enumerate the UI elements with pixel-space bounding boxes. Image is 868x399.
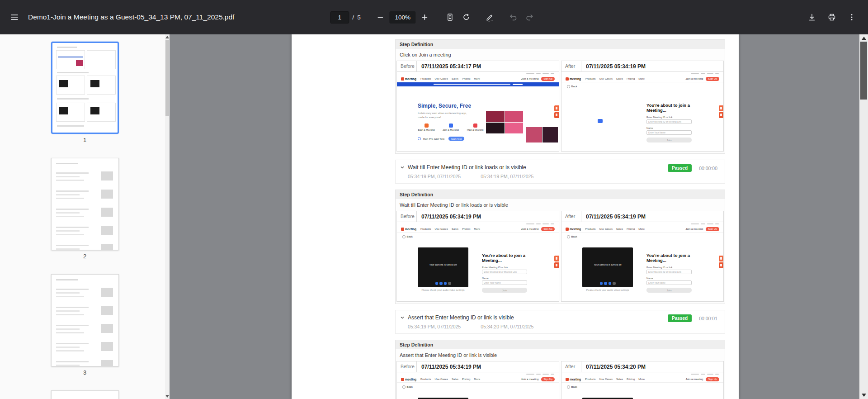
after-label: After — [561, 361, 581, 372]
start-meeting-icon — [425, 124, 429, 128]
page-thumbnail-1[interactable] — [51, 42, 119, 134]
annotation-markers — [554, 105, 559, 118]
undo-button[interactable] — [505, 9, 522, 25]
mini-nav-item: Sales — [452, 77, 458, 80]
scroll-up-arrow[interactable] — [862, 37, 866, 40]
menu-button[interactable] — [6, 9, 23, 25]
step-start-time: 05:34:19 PM, 07/11/2025 — [408, 324, 461, 329]
mini-utility-bar — [561, 372, 723, 376]
mini-signup-button: Sign Up — [706, 77, 719, 81]
print-button[interactable] — [824, 9, 840, 25]
zoom-out-button[interactable] — [373, 9, 389, 25]
step-definition-header: Step Definition — [396, 40, 725, 49]
page-thumbnail-2[interactable] — [51, 158, 119, 250]
step-definition-description: Assert that Enter Meeting ID or link is … — [396, 349, 725, 360]
mini-hero-title: Simple, Secure, Free — [418, 103, 559, 109]
redo-button[interactable] — [522, 9, 538, 25]
mini-back-link: Back — [402, 235, 559, 238]
name-input: Enter Your Name — [646, 280, 692, 285]
mini-nav-item: Pricing — [462, 77, 470, 80]
fit-to-page-button[interactable] — [442, 9, 458, 25]
hamburger-icon — [10, 13, 19, 22]
kebab-menu-icon — [847, 13, 856, 22]
annotation-markers — [554, 256, 559, 268]
speaker-icon — [609, 282, 612, 285]
step-end-time: 05:34:19 PM, 07/11/2025 — [481, 174, 533, 179]
mini-join-link: Join a meeting — [521, 77, 538, 80]
meeting-id-label: Enter Meeting ID or link — [646, 266, 692, 269]
print-icon — [827, 13, 836, 22]
step-definition-section: Step Definition Assert that Enter Meetin… — [395, 340, 725, 399]
step-row: Wait till Enter Meeting ID or link loads… — [395, 160, 725, 184]
name-label: Name — [646, 277, 692, 280]
mini-nav-item: Pricing — [627, 77, 635, 80]
document-title: Demo1-Join a Meeting as a Guest-05_34_13… — [28, 13, 234, 21]
redo-icon — [525, 13, 534, 22]
main-scrollbar-thumb[interactable] — [860, 42, 867, 100]
page-thumbnail-3[interactable] — [51, 274, 119, 366]
mini-nav-item: More — [474, 378, 480, 380]
scroll-down-arrow[interactable] — [165, 395, 169, 398]
mini-join-button: Join — [646, 288, 692, 293]
annotation-flag-icon — [554, 262, 559, 268]
page-thumbnail-4[interactable] — [51, 390, 119, 399]
scroll-up-arrow[interactable] — [165, 36, 169, 38]
before-panel: Before 07/11/2025 05:34:19 PM meeting — [396, 361, 559, 399]
annotation-flag-icon — [554, 105, 559, 111]
mini-join-heading: You're about to join a Meeting... — [646, 103, 692, 114]
mini-av-controls — [418, 282, 468, 285]
step-definition-description: Wait till Enter Meeting ID or link loads… — [396, 199, 725, 210]
sidebar-scrollbar-thumb[interactable] — [165, 40, 169, 116]
mini-join-button: Join — [646, 138, 692, 142]
page-separator: / — [352, 14, 354, 21]
download-button[interactable] — [804, 9, 820, 25]
back-arrow-icon — [402, 235, 406, 238]
scroll-down-arrow[interactable] — [862, 394, 866, 397]
rotate-button[interactable] — [458, 9, 475, 25]
annotation-flag-icon — [719, 105, 723, 111]
mini-logo-icon — [566, 228, 569, 231]
mini-join-heading: You're about to join a Meeting... — [646, 253, 692, 264]
step-end-time: 05:34:20 PM, 07/11/2025 — [481, 324, 533, 329]
mini-nav-item: Products — [585, 77, 596, 80]
mini-action-label: Plan a Meeting — [467, 128, 484, 132]
mini-nav-item: Sales — [616, 378, 623, 380]
rotate-icon — [462, 13, 471, 22]
mini-join-form: You're about to join a Meeting... Enter … — [646, 97, 692, 143]
zoom-level[interactable]: 100% — [390, 11, 416, 24]
more-options-button[interactable] — [844, 9, 860, 25]
download-icon — [807, 13, 816, 22]
screenshot-join-page-video: meeting Products Use Cases Sales Pricing… — [397, 222, 559, 301]
mini-action-label: Join a Meeting — [443, 128, 459, 132]
before-timestamp: 07/11/2025 05:34:19 PM — [417, 364, 481, 370]
mini-video-preview: Your camera is turned off — [582, 247, 633, 287]
speaker-icon — [444, 282, 447, 285]
annotation-flag-icon — [719, 112, 723, 118]
before-timestamp: 07/11/2025 05:34:19 PM — [417, 214, 481, 220]
annotation-flag-icon — [719, 262, 723, 268]
pdf-toolbar: Demo1-Join a Meeting as a Guest-05_34_13… — [0, 0, 868, 34]
mini-join-link: Join a meeting — [521, 228, 538, 230]
mini-signup-button: Sign Up — [706, 227, 719, 231]
mini-nav-item: More — [638, 77, 645, 80]
precall-icon — [418, 137, 421, 140]
pdf-page-viewer: Step Definition Click on Join a meeting … — [170, 34, 859, 399]
undo-icon — [509, 13, 518, 22]
step-title: Wait till Enter Meeting ID or link loads… — [408, 164, 526, 171]
name-input: Enter Your Name — [482, 280, 527, 285]
loading-spinner-icon — [598, 119, 603, 123]
mini-signup-button: Sign Up — [541, 77, 555, 81]
mini-nav-item: Products — [585, 228, 596, 230]
mini-brand: meeting — [405, 228, 416, 231]
page-number-input[interactable] — [330, 11, 349, 24]
mini-back-link: Back — [567, 385, 723, 389]
zoom-in-button[interactable] — [417, 9, 433, 25]
mini-nav-item: Use Cases — [435, 378, 448, 380]
step-definition-header: Step Definition — [396, 340, 725, 349]
sidebar-scrollbar — [165, 34, 170, 399]
step-definition-section: Step Definition Click on Join a meeting … — [395, 39, 725, 154]
camera-icon — [604, 282, 607, 285]
mini-logo-icon — [566, 77, 569, 81]
thumbnail-page-number: 1 — [51, 137, 119, 144]
annotate-button[interactable] — [482, 9, 498, 25]
